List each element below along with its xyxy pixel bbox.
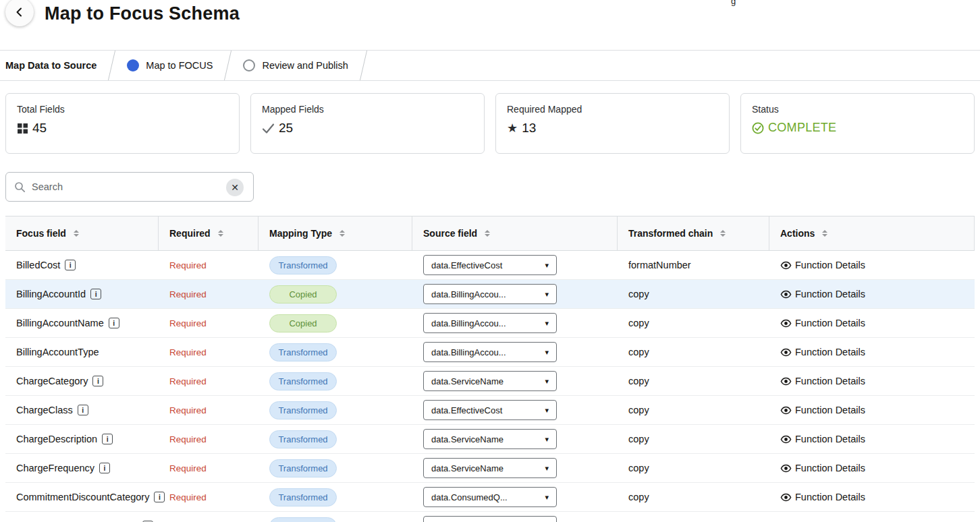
function-details-button[interactable]: Function Details	[780, 463, 865, 474]
focus-field-label: BillingAccountType	[16, 347, 99, 357]
source-field-select[interactable]: data.ServiceName ▾	[423, 458, 557, 478]
source-field-select[interactable]: data.EffectiveCost ▾	[423, 400, 557, 420]
source-field-value: data.BillingAccou...	[431, 289, 506, 299]
column-header-actions[interactable]: Actions	[769, 216, 975, 250]
mapping-table: Focus field Required Mapping Type Source…	[5, 216, 975, 522]
required-label: Required	[169, 318, 207, 328]
function-details-button[interactable]: Function Details	[780, 347, 865, 358]
column-header-transformed-chain[interactable]: Transformed chain	[618, 216, 769, 250]
source-field-select[interactable]: data.BillingAccou... ▾	[423, 313, 557, 333]
caret-down-icon: ▾	[545, 290, 549, 299]
column-header-required[interactable]: Required	[159, 216, 258, 250]
info-icon[interactable]: i	[109, 318, 119, 328]
column-header-source-field[interactable]: Source field	[412, 216, 618, 250]
column-header-focus-field[interactable]: Focus field	[5, 216, 159, 250]
function-details-button[interactable]: Function Details	[780, 260, 865, 271]
action-label: Function Details	[795, 260, 865, 270]
transformed-chain-value: copy	[628, 463, 649, 473]
mapping-type-pill: Transformed	[269, 256, 337, 274]
card-mapped-fields: Mapped Fields 25	[250, 93, 485, 154]
source-field-select[interactable]: data.BillingAccou... ▾	[423, 284, 557, 304]
required-label: Required	[169, 260, 207, 270]
caret-down-icon: ▾	[545, 435, 549, 444]
card-required-mapped: Required Mapped ★ 13	[495, 93, 730, 154]
source-field-select[interactable]: data.ConsumedQ... ▾	[423, 516, 557, 522]
source-field-value: data.ServiceName	[431, 376, 503, 386]
grid-icon	[17, 123, 28, 134]
column-header-mapping-type[interactable]: Mapping Type	[258, 216, 412, 250]
focus-field-label: BillingAccountName	[16, 318, 104, 328]
function-details-button[interactable]: Function Details	[780, 405, 865, 416]
action-label: Function Details	[795, 376, 865, 386]
function-details-button[interactable]: Function Details	[780, 318, 865, 329]
search-input[interactable]	[32, 181, 223, 192]
source-field-select[interactable]: data.EffectiveCost ▾	[423, 255, 557, 275]
step-map-to-focus[interactable]: Map to FOCUS	[127, 59, 213, 71]
back-button[interactable]	[5, 0, 34, 26]
sort-icon	[218, 230, 223, 237]
source-field-select[interactable]: data.BillingAccou... ▾	[423, 342, 557, 362]
source-field-value: data.BillingAccou...	[431, 347, 506, 357]
search-clear-button[interactable]: ✕	[226, 179, 244, 196]
function-details-button[interactable]: Function Details	[780, 376, 865, 387]
info-icon[interactable]: i	[99, 463, 110, 473]
table-row: ChargeFrequency i Required Transformed d…	[5, 454, 975, 483]
required-label: Required	[169, 492, 207, 502]
card-label: Total Fields	[17, 104, 228, 115]
table-body: BilledCost i Required Transformed data.E…	[5, 251, 975, 522]
card-label: Status	[752, 104, 963, 115]
source-field-select[interactable]: data.ConsumedQ... ▾	[423, 487, 557, 507]
mapping-type-pill: Transformed	[269, 488, 337, 506]
mapping-type-pill: Transformed	[269, 401, 337, 419]
info-icon[interactable]: i	[92, 376, 103, 386]
caret-down-icon: ▾	[545, 493, 549, 502]
source-field-value: data.EffectiveCost	[431, 405, 502, 415]
info-icon[interactable]: i	[90, 289, 101, 299]
eye-icon	[780, 405, 792, 416]
action-label: Function Details	[795, 318, 865, 328]
transformed-chain-value: copy	[628, 434, 649, 444]
step-map-data-to-source[interactable]: Map Data to Source	[5, 60, 97, 71]
step-separator	[359, 50, 368, 81]
info-icon[interactable]: i	[78, 405, 88, 415]
mapping-type-pill: Transformed	[269, 343, 337, 361]
step-label: Review and Publish	[262, 60, 348, 71]
card-label: Required Mapped	[507, 104, 718, 115]
sort-icon	[720, 230, 726, 237]
step-label: Map Data to Source	[5, 60, 97, 71]
function-details-button[interactable]: Function Details	[780, 492, 865, 503]
mapping-type-pill: Transformed	[269, 459, 337, 477]
eye-icon	[780, 289, 792, 300]
step-separator	[108, 50, 117, 81]
step-review-and-publish[interactable]: Review and Publish	[243, 59, 348, 71]
function-details-button[interactable]: Function Details	[780, 434, 865, 445]
mapping-type-pill: Transformed	[269, 517, 337, 522]
search-row: ✕	[5, 172, 980, 202]
action-label: Function Details	[795, 289, 865, 299]
x-icon: ✕	[231, 182, 239, 193]
search-box: ✕	[5, 172, 254, 202]
caret-down-icon: ▾	[545, 406, 549, 415]
function-details-button[interactable]: Function Details	[780, 289, 865, 300]
step-separator	[224, 50, 233, 81]
required-label: Required	[169, 289, 207, 299]
source-field-select[interactable]: data.ServiceName ▾	[423, 371, 557, 391]
sort-icon	[339, 230, 345, 237]
transformed-chain-value: copy	[628, 318, 649, 328]
transformed-chain-value: copy	[628, 347, 649, 357]
card-value: 25	[279, 121, 293, 136]
source-field-select[interactable]: data.ServiceName ▾	[423, 429, 557, 449]
eye-icon	[780, 463, 792, 474]
info-icon[interactable]: i	[65, 260, 76, 270]
source-field-value: data.EffectiveCost	[431, 260, 502, 270]
stepper: Map Data to Source Map to FOCUS Review a…	[0, 50, 980, 81]
transformed-chain-value: copy	[628, 492, 649, 502]
focus-field-label: BillingAccountId	[16, 289, 86, 299]
card-label: Mapped Fields	[262, 104, 473, 115]
card-total-fields: Total Fields 45	[5, 93, 240, 154]
required-label: Required	[169, 347, 207, 357]
required-label: Required	[169, 405, 207, 415]
table-row: ChargeClass i Required Transformed data.…	[5, 396, 975, 425]
check-icon	[262, 123, 275, 134]
info-icon[interactable]: i	[102, 434, 113, 444]
